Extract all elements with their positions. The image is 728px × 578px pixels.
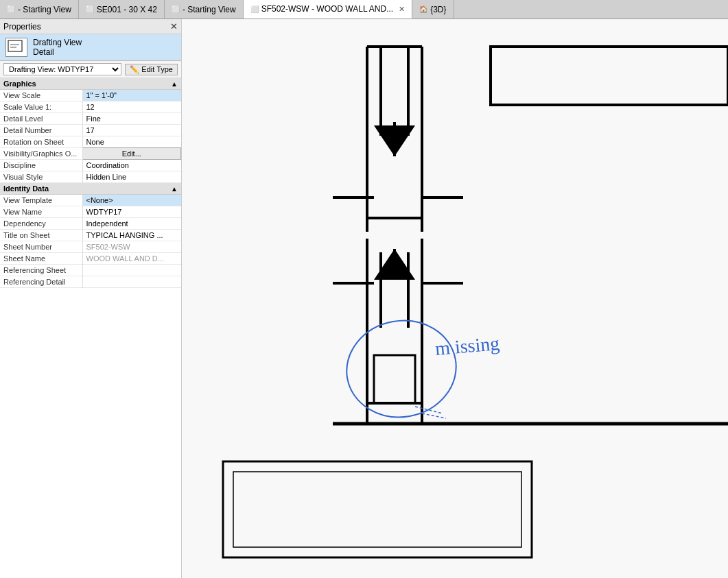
prop-value-sheet-number: SF502-WSW <box>82 241 181 253</box>
prop-label-rotation-sheet: Rotation on Sheet <box>0 136 82 148</box>
prop-value-detail-number[interactable]: 17 <box>82 125 181 136</box>
prop-value-sheet-name: WOOD WALL AND D... <box>82 253 181 265</box>
drawing-canvas[interactable]: m issing <box>182 19 728 578</box>
prop-label-referencing-detail: Referencing Detail <box>0 276 82 288</box>
drafting-view-icon <box>5 38 27 57</box>
prop-value-rotation-sheet[interactable]: None <box>82 136 181 148</box>
identity-section-arrow: ▲ <box>171 185 178 193</box>
prop-detail-number[interactable]: Detail Number 17 <box>0 125 181 136</box>
graphics-section-label: Graphics <box>3 80 36 88</box>
prop-value-view-template[interactable]: <None> <box>82 195 181 206</box>
prop-label-view-name: View Name <box>0 206 82 218</box>
tab-label-3: - Starting View <box>183 5 236 14</box>
prop-label-discipline: Discipline <box>0 160 82 171</box>
prop-value-visual-style[interactable]: Hidden Line <box>82 171 181 183</box>
prop-value-visibility[interactable]: Edit... <box>82 148 181 160</box>
prop-dependency[interactable]: Dependency Independent <box>0 218 181 230</box>
prop-detail-level[interactable]: Detail Level Fine <box>0 113 181 125</box>
prop-label-view-template: View Template <box>0 195 82 206</box>
prop-visual-style[interactable]: Visual Style Hidden Line <box>0 171 181 183</box>
edit-type-button[interactable]: ✏️ Edit Type <box>125 64 178 75</box>
tab-icon-4: ⬜ <box>250 5 259 13</box>
panel-title: Properties <box>3 22 41 32</box>
svg-rect-0 <box>8 40 22 51</box>
prop-value-detail-level[interactable]: Fine <box>82 113 181 125</box>
drawing-svg: m issing <box>182 19 728 578</box>
prop-referencing-detail[interactable]: Referencing Detail <box>0 276 181 288</box>
prop-visibility-graphics[interactable]: Visibility/Graphics O... Edit... <box>0 148 181 160</box>
prop-title-on-sheet[interactable]: Title on Sheet TYPICAL HANGING ... <box>0 230 181 241</box>
panel-close-button[interactable]: ✕ <box>170 21 178 32</box>
tab-label-5: {3D} <box>430 5 446 14</box>
prop-value-dependency: Independent <box>82 218 181 230</box>
drafting-view-header: Drafting View Detail <box>0 34 181 61</box>
prop-view-scale[interactable]: View Scale 1" = 1'-0" <box>0 90 181 101</box>
drafting-view-type: Drafting View <box>33 38 82 47</box>
graphics-section-header[interactable]: Graphics ▲ <box>0 78 181 90</box>
identity-properties-table: View Template <None> View Name WDTYP17 D… <box>0 195 181 288</box>
tab-icon-3: ⬜ <box>172 5 180 13</box>
view-dropdown[interactable]: Drafting View: WDTYP17 <box>3 63 121 75</box>
edit-type-label: Edit Type <box>141 65 173 73</box>
prop-label-dependency: Dependency <box>0 218 82 230</box>
tab-3d[interactable]: 🏠 {3D} <box>412 0 454 19</box>
prop-label-scale-value: Scale Value 1: <box>0 101 82 113</box>
prop-label-detail-level: Detail Level <box>0 113 82 125</box>
tab-icon-1: ⬜ <box>7 5 15 13</box>
tab-label-4: SF502-WSW - WOOD WALL AND... <box>261 4 393 14</box>
tab-sf502[interactable]: ⬜ SF502-WSW - WOOD WALL AND... ✕ <box>244 0 412 19</box>
tab-label-1: - Starting View <box>18 5 71 14</box>
prop-value-referencing-sheet <box>82 265 181 276</box>
prop-value-view-scale[interactable]: 1" = 1'-0" <box>82 90 181 101</box>
prop-view-template[interactable]: View Template <None> <box>0 195 181 206</box>
prop-sheet-name[interactable]: Sheet Name WOOD WALL AND D... <box>0 253 181 265</box>
tab-starting-view-1[interactable]: ⬜ - Starting View <box>0 0 79 19</box>
view-dropdown-row: Drafting View: WDTYP17 ✏️ Edit Type <box>0 61 181 78</box>
tab-label-2: SE001 - 30 X 42 <box>97 5 157 14</box>
drafting-view-info: Drafting View Detail <box>33 38 82 57</box>
prop-referencing-sheet[interactable]: Referencing Sheet <box>0 265 181 276</box>
prop-sheet-number[interactable]: Sheet Number SF502-WSW <box>0 241 181 253</box>
prop-label-sheet-number: Sheet Number <box>0 241 82 253</box>
identity-section-header[interactable]: Identity Data ▲ <box>0 183 181 195</box>
properties-panel: Properties ✕ Drafting View Detail Drafti… <box>0 19 182 578</box>
prop-label-visual-style: Visual Style <box>0 171 82 183</box>
prop-view-name[interactable]: View Name WDTYP17 <box>0 206 181 218</box>
prop-label-visibility: Visibility/Graphics O... <box>0 148 82 160</box>
prop-label-title-on-sheet: Title on Sheet <box>0 230 82 241</box>
tab-starting-view-2[interactable]: ⬜ - Starting View <box>165 0 244 19</box>
tab-icon-5: 🏠 <box>419 5 427 13</box>
svg-rect-3 <box>182 19 728 578</box>
edit-type-icon: ✏️ <box>130 65 139 74</box>
panel-header: Properties ✕ <box>0 19 181 34</box>
tab-close-sf502[interactable]: ✕ <box>399 5 405 14</box>
tab-se001[interactable]: ⬜ SE001 - 30 X 42 <box>79 0 165 19</box>
tab-bar: ⬜ - Starting View ⬜ SE001 - 30 X 42 ⬜ - … <box>0 0 728 19</box>
main-area: Properties ✕ Drafting View Detail Drafti… <box>0 19 728 578</box>
prop-value-discipline[interactable]: Coordination <box>82 160 181 171</box>
prop-label-referencing-sheet: Referencing Sheet <box>0 265 82 276</box>
graphics-properties-table: View Scale 1" = 1'-0" Scale Value 1: 12 … <box>0 90 181 183</box>
prop-value-scale-value: 12 <box>82 101 181 113</box>
prop-label-detail-number: Detail Number <box>0 125 82 136</box>
drafting-view-subtype: Detail <box>33 47 82 57</box>
tab-icon-2: ⬜ <box>86 5 94 13</box>
prop-value-view-name[interactable]: WDTYP17 <box>82 206 181 218</box>
prop-discipline[interactable]: Discipline Coordination <box>0 160 181 171</box>
prop-value-title-on-sheet[interactable]: TYPICAL HANGING ... <box>82 230 181 241</box>
prop-value-referencing-detail <box>82 276 181 288</box>
identity-section-label: Identity Data <box>3 184 49 193</box>
prop-rotation-sheet[interactable]: Rotation on Sheet None <box>0 136 181 148</box>
graphics-section-arrow: ▲ <box>171 80 178 88</box>
prop-label-sheet-name: Sheet Name <box>0 253 82 265</box>
prop-label-view-scale: View Scale <box>0 90 82 101</box>
prop-scale-value[interactable]: Scale Value 1: 12 <box>0 101 181 113</box>
